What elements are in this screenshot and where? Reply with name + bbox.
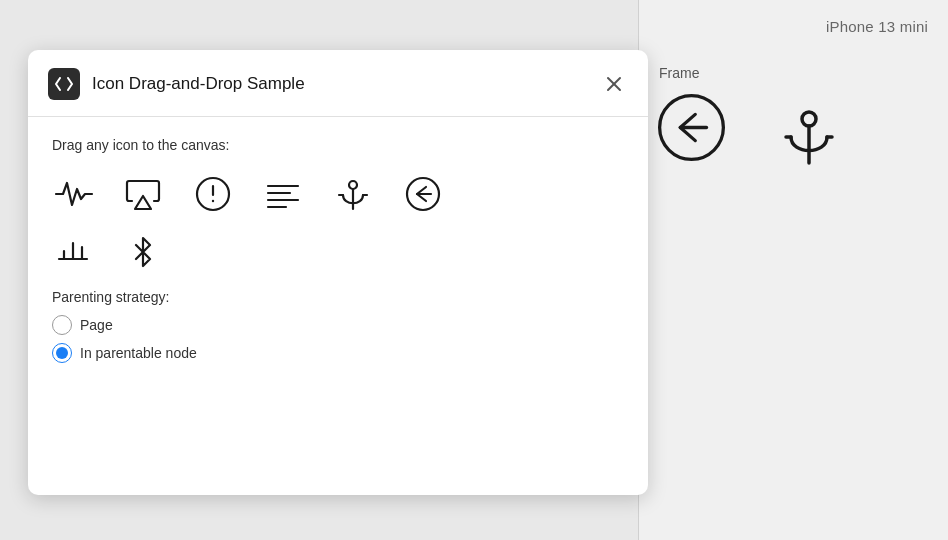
drag-instruction: Drag any icon to the canvas:: [52, 137, 624, 153]
radio-page-label: Page: [80, 317, 113, 333]
frame-label: Frame: [659, 65, 699, 81]
radio-parentable-indicator: [52, 343, 72, 363]
radio-page-indicator: [52, 315, 72, 335]
svg-marker-8: [135, 196, 151, 209]
align-left-icon[interactable]: [262, 173, 304, 215]
alert-circle-icon[interactable]: [192, 173, 234, 215]
radio-parentable-dot: [56, 347, 68, 359]
icon-row-2: [52, 231, 624, 273]
arrow-left-circle-icon[interactable]: [402, 173, 444, 215]
parenting-section: Parenting strategy: Page In parentable n…: [52, 289, 624, 363]
device-label: iPhone 13 mini: [826, 18, 928, 35]
radio-page[interactable]: Page: [52, 315, 624, 335]
dialog: Icon Drag-and-Drop Sample Drag any icon …: [28, 50, 648, 495]
code-icon: [48, 68, 80, 100]
icon-row-1: [52, 173, 624, 215]
dialog-title: Icon Drag-and-Drop Sample: [92, 74, 588, 94]
anchor-icon[interactable]: [332, 173, 374, 215]
dialog-body: Drag any icon to the canvas:: [28, 117, 648, 391]
parenting-label: Parenting strategy:: [52, 289, 624, 305]
canvas-anchor-icon: [769, 95, 849, 175]
bar-chart-icon[interactable]: [52, 231, 94, 273]
radio-parentable-label: In parentable node: [80, 345, 197, 361]
svg-point-16: [349, 181, 357, 189]
dialog-header: Icon Drag-and-Drop Sample: [28, 50, 648, 117]
svg-point-11: [212, 200, 214, 202]
airplay-icon[interactable]: [122, 173, 164, 215]
activity-icon[interactable]: [52, 173, 94, 215]
close-button[interactable]: [600, 70, 628, 98]
svg-point-2: [802, 112, 816, 126]
canvas-panel: iPhone 13 mini Frame: [638, 0, 948, 540]
radio-parentable-node[interactable]: In parentable node: [52, 343, 624, 363]
canvas-back-circle-icon: [654, 90, 729, 165]
bluetooth-icon[interactable]: [122, 231, 164, 273]
